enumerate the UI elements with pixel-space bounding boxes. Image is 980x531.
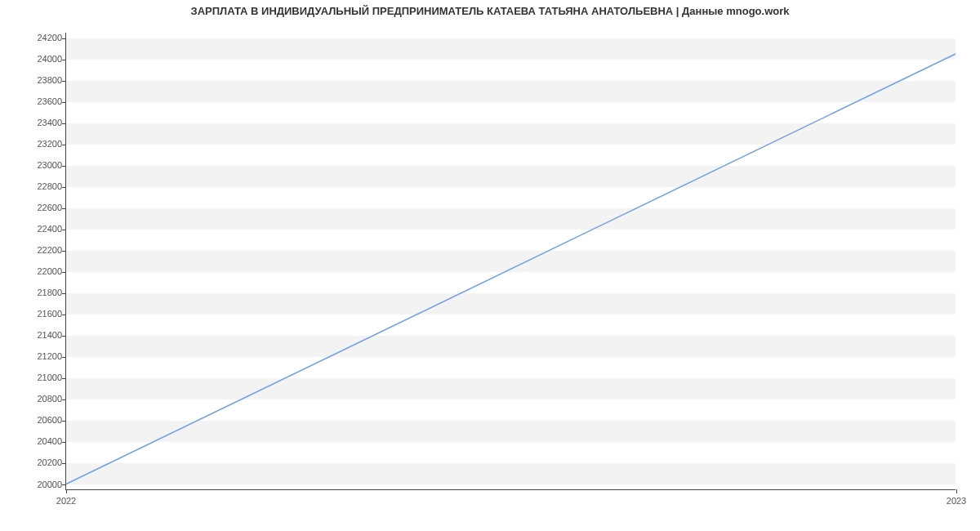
y-tick-mark: [62, 272, 66, 273]
y-tick-mark: [62, 102, 66, 103]
y-tick-mark: [62, 166, 66, 167]
y-tick-label: 24200: [21, 33, 62, 42]
y-tick-label: 22000: [21, 266, 62, 276]
y-tick-label: 21600: [21, 309, 62, 319]
y-tick-label: 23800: [21, 75, 62, 85]
y-tick-label: 21200: [21, 351, 62, 361]
y-tick-label: 20400: [21, 436, 62, 446]
chart-title: ЗАРПЛАТА В ИНДИВИДУАЛЬНЫЙ ПРЕДПРИНИМАТЕЛ…: [0, 5, 980, 17]
y-tick-label: 21400: [21, 330, 62, 340]
y-tick-label: 22600: [21, 203, 62, 212]
y-tick-label: 23400: [21, 118, 62, 127]
plot-area: 2000020200204002060020800210002120021400…: [65, 33, 956, 490]
y-tick-mark: [62, 421, 66, 422]
y-tick-label: 23200: [21, 139, 62, 149]
y-tick-mark: [62, 145, 66, 145]
y-tick-mark: [62, 293, 66, 294]
y-tick-mark: [62, 484, 66, 485]
y-tick-label: 22400: [21, 224, 62, 234]
y-tick-mark: [62, 251, 66, 252]
x-tick-mark: [956, 489, 957, 493]
x-tick-mark: [66, 489, 67, 493]
y-tick-mark: [62, 38, 66, 39]
y-tick-label: 20800: [21, 394, 62, 404]
y-tick-mark: [62, 378, 66, 379]
y-tick-label: 22800: [21, 181, 62, 191]
y-tick-mark: [62, 315, 66, 315]
x-tick-label: 2022: [56, 496, 76, 506]
y-tick-mark: [62, 81, 66, 82]
y-tick-mark: [62, 60, 66, 60]
y-tick-label: 23000: [21, 160, 62, 170]
y-tick-mark: [62, 336, 66, 337]
y-tick-mark: [62, 357, 66, 358]
y-tick-label: 22200: [21, 245, 62, 255]
y-tick-label: 21800: [21, 288, 62, 297]
chart: ЗАРПЛАТА В ИНДИВИДУАЛЬНЫЙ ПРЕДПРИНИМАТЕЛ…: [0, 0, 980, 531]
y-tick-mark: [62, 442, 66, 443]
y-tick-label: 20600: [21, 415, 62, 425]
y-tick-mark: [62, 230, 66, 230]
y-tick-mark: [62, 399, 66, 400]
data-line: [66, 54, 956, 484]
y-tick-label: 20200: [21, 457, 62, 467]
x-tick-label: 2023: [947, 496, 966, 506]
y-tick-mark: [62, 208, 66, 209]
y-tick-label: 21000: [21, 373, 62, 382]
y-tick-mark: [62, 123, 66, 124]
line-layer: [66, 33, 956, 489]
y-tick-mark: [62, 463, 66, 464]
y-tick-label: 23600: [21, 96, 62, 106]
y-tick-mark: [62, 187, 66, 188]
y-tick-label: 20000: [21, 480, 62, 489]
y-tick-label: 24000: [21, 54, 62, 64]
